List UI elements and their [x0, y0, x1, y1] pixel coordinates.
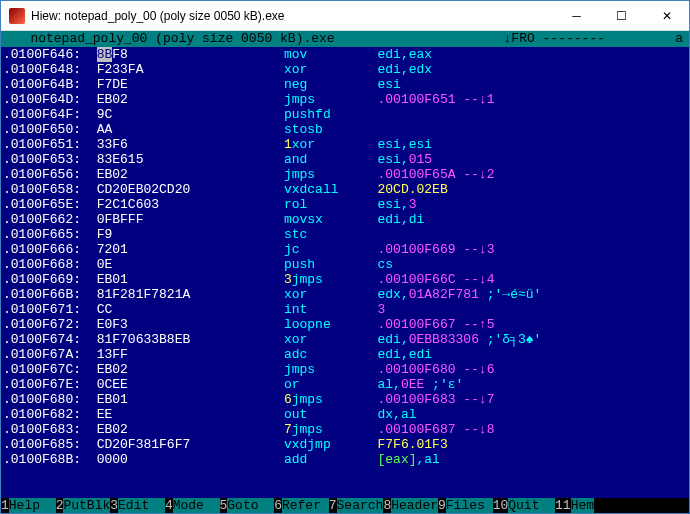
fkey-label-header[interactable]: Header — [391, 498, 438, 513]
hex-bytes: EB02 — [97, 362, 284, 377]
mnemonic: and — [284, 152, 378, 167]
hex-bytes: EE — [97, 407, 284, 422]
disasm-row[interactable]: .0100F651: 33F6 1xor esi,esi — [3, 137, 687, 152]
window-controls: ─ ☐ ✕ — [554, 1, 689, 30]
file-header-line: notepad_poly_00 (poly size 0050 kB).exe … — [1, 31, 689, 47]
mnemonic: xor — [284, 62, 378, 77]
hex-bytes: F8 — [112, 47, 284, 62]
disasm-row[interactable]: .0100F650: AA stosb — [3, 122, 687, 137]
immediate: 015 — [409, 152, 432, 167]
fkey-label-hem[interactable]: Hem — [571, 498, 594, 513]
titlebar[interactable]: Hiew: notepad_poly_00 (poly size 0050 kB… — [1, 1, 689, 31]
fkey-label-mode[interactable]: Mode — [173, 498, 220, 513]
fkey-label-goto[interactable]: Goto — [227, 498, 274, 513]
vxd-operand: F7F6.01F3 — [378, 437, 448, 452]
comment: ;'δ╕3♠' — [479, 332, 541, 347]
cursor-byte: 8B — [97, 47, 113, 62]
fkey-number: 5 — [220, 498, 228, 513]
mnemonic: stc — [284, 227, 378, 242]
jump-target: .00100F669 --↓3 — [378, 242, 495, 257]
disasm-row[interactable]: .0100F672: E0F3 loopne .00100F667 --↑5 — [3, 317, 687, 332]
disasm-row[interactable]: .0100F64F: 9C pushfd — [3, 107, 687, 122]
address: .0100F680: — [3, 392, 89, 407]
disasm-row[interactable]: .0100F674: 81F70633B8EB xor edi,0EBB8330… — [3, 332, 687, 347]
disasm-row[interactable]: .0100F648: F233FA xor edi,edx — [3, 62, 687, 77]
fkey-number: 1 — [1, 498, 9, 513]
address: .0100F665: — [3, 227, 89, 242]
mnemonic: xor — [292, 137, 315, 152]
fkey-label-search[interactable]: Search — [337, 498, 384, 513]
hex-bytes: F233FA — [97, 62, 284, 77]
mnemonic: jc — [284, 242, 378, 257]
disasm-row[interactable]: .0100F66B: 81F281F7821A xor edx,01A82F78… — [3, 287, 687, 302]
disasm-row[interactable]: .0100F671: CC int 3 — [3, 302, 687, 317]
disasm-row[interactable]: .0100F658: CD20EB02CD20 vxdcall 20CD.02E… — [3, 182, 687, 197]
mnemonic: push — [284, 257, 378, 272]
label-ref: 7 — [284, 422, 292, 437]
disasm-row[interactable]: .0100F65E: F2C1C603 rol esi,3 — [3, 197, 687, 212]
fkey-label-quit[interactable]: Quit — [508, 498, 555, 513]
disasm-row[interactable]: .0100F662: 0FBFFF movsx edi,di — [3, 212, 687, 227]
disasm-row[interactable]: .0100F680: EB01 6jmps .00100F683 --↓7 — [3, 392, 687, 407]
immediate: 3 — [378, 302, 386, 317]
disassembly-listing[interactable]: .0100F646: 8BF8 mov edi,eax.0100F648: F2… — [1, 47, 689, 498]
fkey-number: 2 — [56, 498, 64, 513]
immediate: 3 — [409, 197, 417, 212]
disasm-row[interactable]: .0100F668: 0E push cs — [3, 257, 687, 272]
fkey-number: 6 — [274, 498, 282, 513]
jump-target: .00100F683 --↓7 — [378, 392, 495, 407]
disasm-row[interactable]: .0100F669: EB01 3jmps .00100F66C --↓4 — [3, 272, 687, 287]
function-key-bar: 1Help 2PutBlk3Edit 4Mode 5Goto 6Refer 7S… — [1, 498, 689, 513]
hex-bytes: 13FF — [97, 347, 284, 362]
jump-target: .00100F680 --↓6 — [378, 362, 495, 377]
hex-bytes: F7DE — [97, 77, 284, 92]
immediate: 01A82F781 — [409, 287, 479, 302]
hex-bytes: 33F6 — [97, 137, 284, 152]
disasm-row[interactable]: .0100F68B: 0000 add [eax],al — [3, 452, 687, 467]
disasm-row[interactable]: .0100F646: 8BF8 mov edi,eax — [3, 47, 687, 62]
mnemonic: jmps — [292, 392, 323, 407]
minimize-button[interactable]: ─ — [554, 1, 599, 30]
address: .0100F669: — [3, 272, 89, 287]
disasm-row[interactable]: .0100F64B: F7DE neg esi — [3, 77, 687, 92]
mnemonic: xor — [284, 287, 378, 302]
disasm-row[interactable]: .0100F67C: EB02 jmps .00100F680 --↓6 — [3, 362, 687, 377]
operand: edi, — [378, 332, 409, 347]
vxd-operand: 20CD.02EB — [378, 182, 448, 197]
disasm-row[interactable]: .0100F656: EB02 jmps .00100F65A --↓2 — [3, 167, 687, 182]
mnemonic: pushfd — [284, 107, 378, 122]
fkey-label-files[interactable]: Files — [446, 498, 493, 513]
fkey-label-putblk[interactable]: PutBlk — [63, 498, 110, 513]
address: .0100F671: — [3, 302, 89, 317]
address: .0100F64B: — [3, 77, 89, 92]
comment: ;'ε' — [424, 377, 463, 392]
disasm-row[interactable]: .0100F685: CD20F381F6F7 vxdjmp F7F6.01F3 — [3, 437, 687, 452]
operand: edx, — [378, 287, 409, 302]
address: .0100F674: — [3, 332, 89, 347]
disasm-row[interactable]: .0100F666: 7201 jc .00100F669 --↓3 — [3, 242, 687, 257]
disasm-row[interactable]: .0100F682: EE out dx,al — [3, 407, 687, 422]
disasm-row[interactable]: .0100F67E: 0CEE or al,0EE ;'ε' — [3, 377, 687, 392]
disasm-row[interactable]: .0100F665: F9 stc — [3, 227, 687, 242]
hex-bytes: CD20EB02CD20 — [97, 182, 284, 197]
hex-bytes: EB02 — [97, 422, 284, 437]
disasm-row[interactable]: .0100F653: 83E615 and esi,015 — [3, 152, 687, 167]
address: .0100F66B: — [3, 287, 89, 302]
address: .0100F648: — [3, 62, 89, 77]
app-window: Hiew: notepad_poly_00 (poly size 0050 kB… — [0, 0, 690, 514]
address: .0100F67C: — [3, 362, 89, 377]
jump-target: .00100F65A --↓2 — [378, 167, 495, 182]
disasm-row[interactable]: .0100F64D: EB02 jmps .00100F651 --↓1 — [3, 92, 687, 107]
comment: ;'→é≈ü' — [479, 287, 541, 302]
fkey-number: 9 — [438, 498, 446, 513]
mnemonic: neg — [284, 77, 378, 92]
fkey-label-edit[interactable]: Edit — [118, 498, 165, 513]
fkey-label-refer[interactable]: Refer — [282, 498, 329, 513]
mnemonic: int — [284, 302, 378, 317]
address: .0100F682: — [3, 407, 89, 422]
fkey-label-help[interactable]: Help — [9, 498, 56, 513]
maximize-button[interactable]: ☐ — [599, 1, 644, 30]
disasm-row[interactable]: .0100F67A: 13FF adc edi,edi — [3, 347, 687, 362]
disasm-row[interactable]: .0100F683: EB02 7jmps .00100F687 --↓8 — [3, 422, 687, 437]
close-button[interactable]: ✕ — [644, 1, 689, 30]
